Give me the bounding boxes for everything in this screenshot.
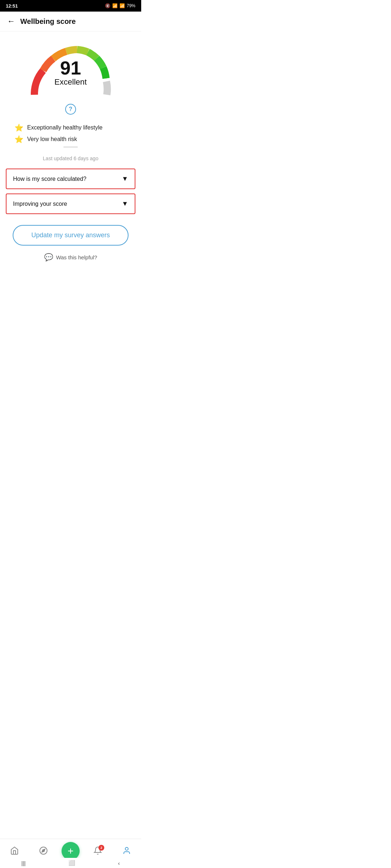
chevron-icon-1: ▼ <box>122 175 128 183</box>
page-title: Wellbeing score <box>20 17 76 26</box>
accordion-label-2: Improving your score <box>13 201 67 207</box>
star-icon-1: ⭐ <box>14 123 24 132</box>
signal-icon: 📶 <box>119 3 125 8</box>
status-time: 12:51 <box>6 3 18 9</box>
accordion-label-1: How is my score calculated? <box>13 176 87 182</box>
help-button[interactable]: ? <box>65 104 76 115</box>
highlights-section: ⭐ Exceptionally healthy lifestyle ⭐ Very… <box>0 123 141 144</box>
accordion-how-calculated[interactable]: How is my score calculated? ▼ <box>6 169 135 189</box>
helpful-label: Was this helpful? <box>56 254 97 260</box>
back-button[interactable]: ← <box>7 17 15 26</box>
chat-icon: 💬 <box>44 253 53 261</box>
gauge-score: 91 <box>54 59 87 77</box>
question-icon: ? <box>69 106 72 112</box>
update-survey-button[interactable]: Update my survey answers <box>13 225 129 246</box>
highlight-text-1: Exceptionally healthy lifestyle <box>27 124 102 131</box>
status-icons: 🔇 📶 📶 79% <box>105 3 135 8</box>
divider <box>63 146 78 148</box>
last-updated: Last updated 6 days ago <box>43 156 98 161</box>
gauge-center: 91 Excellent <box>54 59 87 87</box>
mute-icon: 🔇 <box>105 3 110 8</box>
star-icon-2: ⭐ <box>14 135 24 144</box>
helpful-row[interactable]: 💬 Was this helpful? <box>44 253 97 261</box>
battery-label: 79% <box>127 3 135 8</box>
accordion-improving-score[interactable]: Improving your score ▼ <box>6 193 135 214</box>
gauge-help: ? <box>65 104 76 115</box>
page-header: ← Wellbeing score <box>0 12 141 31</box>
highlight-item-2: ⭐ Very low health risk <box>14 135 127 144</box>
accordion: How is my score calculated? ▼ Improving … <box>0 169 141 214</box>
gauge-label: Excellent <box>54 77 87 87</box>
status-bar: 12:51 🔇 📶 📶 79% <box>0 0 141 12</box>
highlight-text-2: Very low health risk <box>27 136 77 142</box>
main-content: 91 Excellent ? ⭐ Exceptionally healthy l… <box>0 31 141 269</box>
gauge-container: 91 Excellent <box>24 39 118 100</box>
chevron-icon-2: ▼ <box>122 200 128 208</box>
highlight-item-1: ⭐ Exceptionally healthy lifestyle <box>14 123 127 132</box>
wifi-icon: 📶 <box>112 3 118 8</box>
